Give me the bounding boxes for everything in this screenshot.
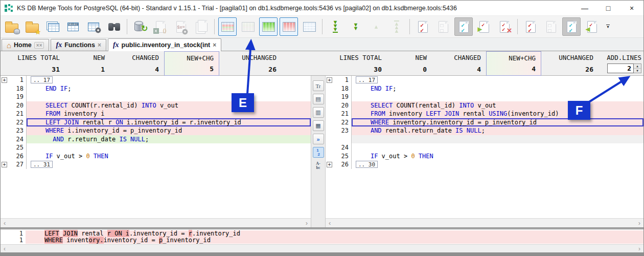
- code-line[interactable]: [326, 135, 643, 144]
- fold-margin[interactable]: +: [1, 160, 8, 169]
- new-comparison-button[interactable]: ★: [23, 17, 41, 36]
- refresh-button[interactable]: ↻: [131, 17, 149, 36]
- tab-home[interactable]: ⌂Home××: [2, 39, 49, 51]
- line-text[interactable]: END IF;: [352, 84, 643, 93]
- scroll-right-icon[interactable]: ›: [638, 219, 640, 227]
- minimize-button[interactable]: —: [573, 1, 596, 16]
- fold-expand-icon[interactable]: +: [2, 77, 7, 83]
- line-text[interactable]: WHERE inventory.inventory_id = p_invento…: [352, 118, 643, 127]
- collapsed-range[interactable]: .. 30: [356, 161, 378, 168]
- code-line[interactable]: 25 IF v_out > 0 THEN: [326, 152, 643, 161]
- line-text[interactable]: [352, 93, 643, 101]
- filter-all-rows-button[interactable]: [218, 17, 237, 36]
- line-text[interactable]: .. 17: [27, 76, 311, 84]
- discard-checks-button[interactable]: ✓ ✓×: [495, 17, 514, 36]
- filter-new-changed-button[interactable]: [239, 17, 257, 36]
- code-line[interactable]: 22 WHERE inventory.inventory_id = p_inve…: [326, 118, 643, 127]
- copy-objects-button[interactable]: [192, 17, 211, 36]
- goto-first-diff-button[interactable]: ▲ ▲ ▲: [387, 17, 406, 36]
- fold-margin[interactable]: +: [326, 160, 333, 169]
- line-text[interactable]: [27, 93, 311, 101]
- scroll-right-icon[interactable]: ›: [306, 219, 308, 227]
- code-line[interactable]: 21 FROM inventory LEFT JOIN rental USING…: [326, 110, 643, 118]
- close-icon[interactable]: ×: [213, 41, 216, 49]
- next-diff-button[interactable]: ▼ ▼: [347, 17, 365, 36]
- font-size-button[interactable]: Tr: [313, 80, 324, 91]
- left-code-area[interactable]: +1.. 1718 END IF;1920 SELECT COUNT(r.ren…: [1, 76, 311, 218]
- tab-functions[interactable]: fxFunctions×: [51, 39, 106, 51]
- line-text[interactable]: [352, 143, 643, 152]
- line-text[interactable]: END IF;: [27, 84, 311, 93]
- code-line[interactable]: 22 LEFT JOIN rental r ON i.inventory_id …: [1, 118, 311, 127]
- code-line[interactable]: 18 END IF;: [1, 84, 311, 93]
- line-text[interactable]: FROM inventory i: [27, 110, 311, 118]
- maximize-button[interactable]: □: [596, 1, 620, 16]
- code-line[interactable]: +26.. 30: [326, 160, 643, 169]
- line-text[interactable]: AND r.return_date IS NULL;: [27, 135, 311, 144]
- code-line[interactable]: 23 AND rental.return_date IS NULL;: [326, 126, 643, 135]
- code-line[interactable]: 20 SELECT COUNT(r.rental_id) INTO v_out: [1, 101, 311, 110]
- data-diffs-button[interactable]: SELECT: [64, 17, 82, 36]
- close-all-icon[interactable]: ××: [34, 42, 44, 49]
- objects-manager-button[interactable]: [84, 17, 103, 36]
- prev-diff-button[interactable]: ▲: [367, 17, 385, 36]
- code-line[interactable]: +27.. 31: [1, 160, 311, 169]
- goto-last-diff-button[interactable]: ▼ ▼ ▼: [326, 17, 344, 36]
- search-button[interactable]: [105, 17, 123, 36]
- code-line[interactable]: 25: [1, 143, 311, 152]
- fold-expand-icon[interactable]: +: [327, 162, 332, 167]
- line-text[interactable]: IF v_out > 0 THEN: [352, 152, 643, 161]
- code-line[interactable]: 23 WHERE i.inventory_id = p_inventory_id: [1, 126, 311, 135]
- close-icon[interactable]: ×: [98, 41, 101, 49]
- line-text[interactable]: SELECT COUNT(rental_id) INTO v_out: [352, 101, 643, 110]
- code-line[interactable]: 20 SELECT COUNT(rental_id) INTO v_out: [326, 101, 643, 110]
- line-text[interactable]: SELECT COUNT(r.rental_id) INTO v_out: [27, 101, 311, 110]
- right-hscrollbar[interactable]: ‹ ›: [326, 218, 643, 227]
- spinner-down-icon[interactable]: ▼: [634, 69, 641, 73]
- line-text[interactable]: AND rental.return_date IS NULL;: [352, 126, 643, 135]
- case-sensitivity-button[interactable]: A- bc: [313, 160, 324, 171]
- layout-option-button-1[interactable]: ▤: [313, 94, 324, 104]
- right-code-area[interactable]: +1.. 1718 END IF;1920 SELECT COUNT(renta…: [326, 76, 643, 218]
- code-line[interactable]: 21 FROM inventory i: [1, 110, 311, 118]
- code-line[interactable]: +1.. 17: [1, 76, 311, 84]
- open-comparison-button[interactable]: [3, 17, 21, 36]
- scroll-right-icon[interactable]: ›: [638, 245, 640, 252]
- scroll-left-icon[interactable]: ‹: [4, 245, 6, 252]
- code-line[interactable]: 18 END IF;: [326, 84, 643, 93]
- line-text[interactable]: [352, 135, 643, 144]
- schema-objects-button[interactable]: [43, 17, 62, 36]
- toolbar-overflow-button[interactable]: ▾: [606, 25, 610, 29]
- tab-function-detail[interactable]: fxpublic.inventory_in_stock(int×: [108, 38, 221, 51]
- fold-expand-icon[interactable]: +: [327, 77, 332, 83]
- uncheck-all-right-button[interactable]: □ □: [542, 17, 560, 36]
- code-line[interactable]: 19: [326, 93, 643, 101]
- close-button[interactable]: ×: [620, 1, 643, 16]
- line-text[interactable]: LEFT JOIN rental r ON i.inventory_id = r…: [27, 118, 311, 127]
- filter-new-button[interactable]: [259, 17, 278, 36]
- code-line[interactable]: 26 IF v_out > 0 THEN: [1, 152, 311, 161]
- line-text[interactable]: [27, 143, 311, 152]
- filter-changed-button[interactable]: [280, 17, 298, 36]
- uncheck-all-left-button[interactable]: □ □: [434, 17, 452, 36]
- code-line[interactable]: 24 AND r.return_date IS NULL;: [1, 135, 311, 144]
- invert-checks-right-button[interactable]: ✓ ✓: [562, 17, 581, 36]
- check-all-left-button[interactable]: ✓ ✓: [413, 17, 432, 36]
- filter-unchanged-button[interactable]: [300, 17, 318, 36]
- excel-report-button[interactable]: X{}: [151, 17, 170, 36]
- fold-margin[interactable]: +: [326, 76, 333, 84]
- layout-option-button-2[interactable]: ▥: [313, 107, 324, 118]
- code-line[interactable]: +1.. 17: [326, 76, 643, 84]
- line-text[interactable]: .. 31: [27, 160, 311, 169]
- bottom-hscrollbar[interactable]: ‹ ›: [1, 244, 643, 252]
- add-lines-input[interactable]: [607, 63, 634, 73]
- fold-expand-icon[interactable]: +: [2, 162, 7, 167]
- invert-checks-left-button[interactable]: ✓ ✓: [454, 17, 473, 36]
- code-line[interactable]: 19: [1, 93, 311, 101]
- check-all-right-button[interactable]: ✓ ✓: [521, 17, 540, 36]
- spinner-up-icon[interactable]: ▲: [634, 64, 641, 69]
- scroll-left-icon[interactable]: ‹: [4, 219, 6, 227]
- layout-option-button-3[interactable]: ▦: [313, 120, 324, 131]
- fold-margin[interactable]: +: [1, 76, 8, 84]
- line-text[interactable]: WHERE i.inventory_id = p_inventory_id: [27, 126, 311, 135]
